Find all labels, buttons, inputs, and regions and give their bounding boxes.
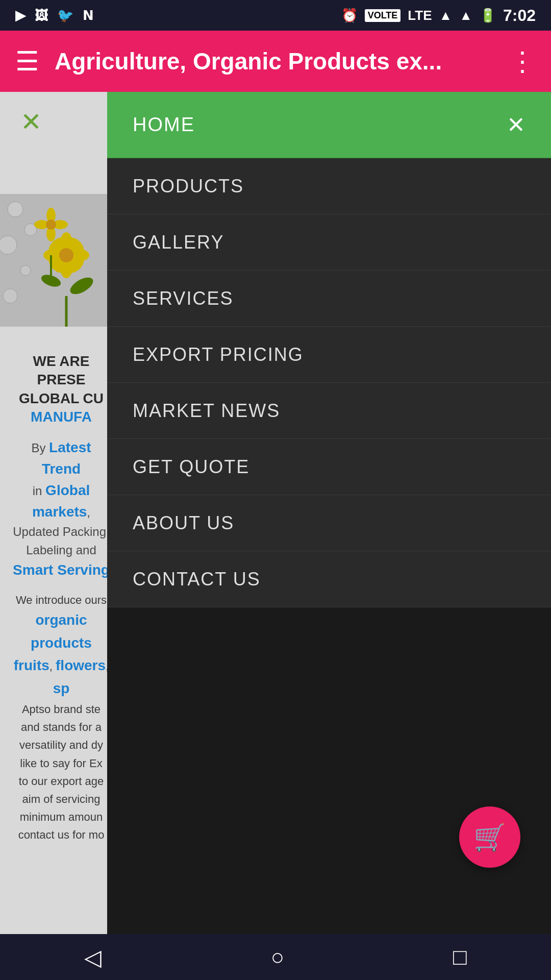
status-bar-left: ▶ 🖼 🐦 𝗡: [15, 8, 94, 23]
nav-item-products[interactable]: PRODUCTS: [107, 158, 551, 214]
nav-about-us-label: ABOUT US: [133, 512, 234, 534]
nav-export-pricing-label: EXPORT PRICING: [133, 344, 304, 365]
status-bar-right: ⏰ VOLTE LTE ▲ ▲ 🔋 7:02: [341, 6, 536, 25]
menu-icon[interactable]: ☰: [15, 48, 39, 75]
n-icon: 𝗡: [83, 8, 94, 23]
recent-apps-button[interactable]: □: [453, 944, 467, 970]
nav-market-news-label: MARKET NEWS: [133, 400, 280, 422]
youtube-icon: ▶: [15, 8, 26, 23]
signal-icon: ▲: [439, 8, 452, 23]
gallery-icon: 🖼: [35, 8, 48, 23]
home-button[interactable]: ○: [270, 944, 284, 970]
nav-services-label: SERVICES: [133, 288, 233, 309]
nav-item-services[interactable]: SERVICES: [107, 271, 551, 327]
more-options-icon[interactable]: ⋮: [509, 46, 536, 77]
nav-item-market-news[interactable]: MARKET NEWS: [107, 383, 551, 439]
nav-item-get-quote[interactable]: GET QUOTE: [107, 439, 551, 495]
nav-products-label: PRODUCTS: [133, 176, 244, 197]
volte-badge: VOLTE: [365, 9, 401, 22]
nav-contact-us-label: CONTACT US: [133, 569, 261, 590]
drawer-overlay: [0, 92, 107, 934]
app-title: Agriculture, Organic Products ex...: [55, 47, 494, 75]
back-button[interactable]: ◁: [84, 944, 102, 970]
nav-item-contact-us[interactable]: CONTACT US: [107, 551, 551, 607]
signal2-icon: ▲: [459, 8, 472, 23]
cart-fab-button[interactable]: 🛒: [459, 806, 520, 868]
time-display: 7:02: [503, 6, 536, 25]
alarm-icon: ⏰: [341, 8, 358, 23]
main-content: ✕: [0, 92, 551, 934]
lte-icon: LTE: [408, 8, 432, 23]
toolbar: ☰ Agriculture, Organic Products ex... ⋮: [0, 31, 551, 92]
nav-item-home[interactable]: HOME ✕: [107, 92, 551, 158]
nav-get-quote-label: GET QUOTE: [133, 456, 249, 478]
cart-icon: 🛒: [473, 822, 507, 853]
battery-icon: 🔋: [480, 8, 496, 23]
status-bar: ▶ 🖼 🐦 𝗡 ⏰ VOLTE LTE ▲ ▲ 🔋 7:02: [0, 0, 551, 31]
nav-home-label: HOME: [133, 114, 195, 136]
nav-item-export-pricing[interactable]: EXPORT PRICING: [107, 327, 551, 383]
nav-close-icon[interactable]: ✕: [507, 112, 525, 138]
nav-item-about-us[interactable]: ABOUT US: [107, 495, 551, 551]
nav-gallery-label: GALLERY: [133, 232, 224, 253]
bottom-navigation-bar: ◁ ○ □: [0, 934, 551, 980]
nav-item-gallery[interactable]: GALLERY: [107, 214, 551, 271]
twitter-icon: 🐦: [57, 8, 73, 23]
drawer-empty-area: [107, 607, 551, 934]
